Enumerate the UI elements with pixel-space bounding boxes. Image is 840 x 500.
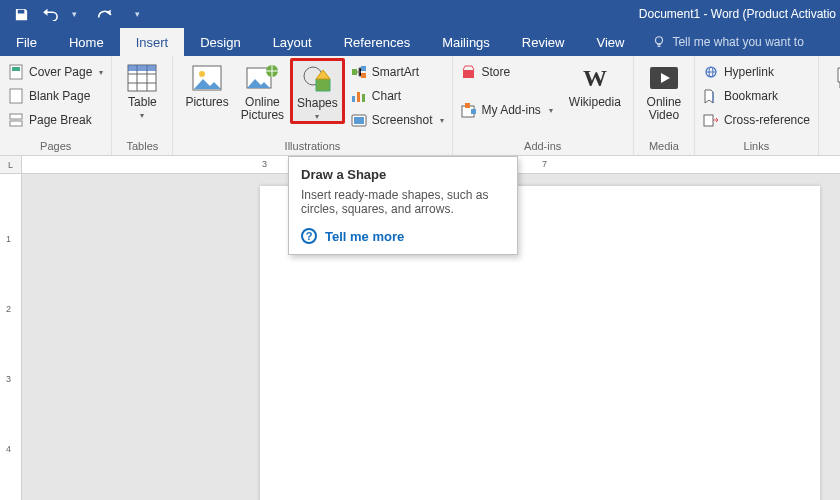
svg-rect-23 bbox=[471, 109, 476, 114]
tell-me-search[interactable]: Tell me what you want to bbox=[652, 28, 803, 56]
hyperlink-label: Hyperlink bbox=[724, 65, 774, 79]
my-addins-button[interactable]: My Add-ins ▾ bbox=[459, 100, 555, 120]
group-tables: Table ▾ Tables bbox=[112, 56, 173, 155]
tab-view[interactable]: View bbox=[580, 28, 640, 56]
svg-rect-2 bbox=[12, 67, 20, 71]
group-illustrations-label: Illustrations bbox=[179, 138, 445, 155]
tab-design[interactable]: Design bbox=[184, 28, 256, 56]
tab-home[interactable]: Home bbox=[53, 28, 120, 56]
svg-rect-20 bbox=[354, 117, 364, 124]
table-button[interactable]: Table ▾ bbox=[118, 58, 166, 120]
tab-insert[interactable]: Insert bbox=[120, 28, 185, 56]
chevron-down-icon: ▾ bbox=[440, 116, 444, 125]
svg-rect-4 bbox=[10, 114, 22, 119]
cross-ref-icon bbox=[703, 112, 719, 128]
tooltip-more-label: Tell me more bbox=[325, 229, 404, 244]
store-button[interactable]: Store bbox=[459, 62, 555, 82]
pictures-icon bbox=[191, 62, 223, 94]
smartart-button[interactable]: SmartArt bbox=[349, 62, 446, 82]
online-pictures-button[interactable]: Online Pictures bbox=[235, 58, 290, 122]
tab-mailings[interactable]: Mailings bbox=[426, 28, 506, 56]
screenshot-icon bbox=[351, 112, 367, 128]
save-button[interactable] bbox=[8, 2, 34, 26]
svg-point-9 bbox=[199, 71, 205, 77]
tell-me-placeholder: Tell me what you want to bbox=[672, 35, 803, 49]
online-video-button[interactable]: Online Video bbox=[640, 58, 688, 122]
quick-access-toolbar: ▾ ▾ bbox=[0, 2, 148, 26]
svg-rect-17 bbox=[357, 92, 360, 102]
smartart-icon bbox=[351, 64, 367, 80]
video-icon bbox=[648, 62, 680, 94]
online-pictures-label: Online Pictures bbox=[241, 96, 284, 122]
group-tables-label: Tables bbox=[118, 138, 166, 155]
group-pages-label: Pages bbox=[6, 138, 105, 155]
wikipedia-button[interactable]: W Wikipedia bbox=[563, 58, 627, 109]
tab-layout[interactable]: Layout bbox=[257, 28, 328, 56]
blank-page-icon bbox=[8, 88, 24, 104]
page-break-label: Page Break bbox=[29, 113, 92, 127]
shapes-tooltip: Draw a Shape Insert ready-made shapes, s… bbox=[288, 156, 518, 255]
vertical-ruler[interactable]: 1 2 3 4 bbox=[0, 174, 22, 500]
cross-reference-button[interactable]: Cross-reference bbox=[701, 110, 812, 130]
pictures-label: Pictures bbox=[185, 96, 228, 109]
smartart-label: SmartArt bbox=[372, 65, 419, 79]
ruler-tick: 4 bbox=[6, 444, 11, 454]
screenshot-label: Screenshot bbox=[372, 113, 433, 127]
chevron-down-icon: ▾ bbox=[315, 112, 319, 121]
page-break-button[interactable]: Page Break bbox=[6, 110, 105, 130]
ruler-corner: L bbox=[0, 156, 22, 174]
svg-rect-5 bbox=[10, 121, 22, 126]
tab-references[interactable]: References bbox=[328, 28, 426, 56]
hyperlink-icon bbox=[703, 64, 719, 80]
store-icon bbox=[461, 64, 477, 80]
redo-icon bbox=[96, 7, 112, 21]
pictures-button[interactable]: Pictures bbox=[179, 58, 234, 109]
svg-rect-3 bbox=[10, 89, 22, 103]
qat-customize-icon[interactable]: ▾ bbox=[135, 9, 140, 19]
cover-page-icon bbox=[8, 64, 24, 80]
cover-page-button[interactable]: Cover Page ▾ bbox=[6, 62, 105, 82]
redo-button[interactable] bbox=[91, 2, 117, 26]
group-media: Online Video Media bbox=[634, 56, 695, 155]
online-pictures-icon bbox=[246, 62, 278, 94]
help-icon: ? bbox=[301, 228, 317, 244]
tooltip-tell-me-more[interactable]: ? Tell me more bbox=[301, 228, 505, 244]
chevron-down-icon: ▾ bbox=[140, 111, 144, 120]
undo-dropdown-icon[interactable]: ▾ bbox=[72, 9, 77, 19]
screenshot-button[interactable]: Screenshot ▾ bbox=[349, 110, 446, 130]
chevron-down-icon: ▾ bbox=[549, 106, 553, 115]
group-pages: Cover Page ▾ Blank Page Page Break Pages bbox=[0, 56, 112, 155]
store-label: Store bbox=[482, 65, 511, 79]
blank-page-button[interactable]: Blank Page bbox=[6, 86, 105, 106]
undo-button[interactable] bbox=[38, 2, 64, 26]
shapes-icon bbox=[301, 63, 333, 95]
shapes-label: Shapes bbox=[297, 97, 338, 110]
cover-page-label: Cover Page bbox=[29, 65, 92, 79]
group-media-label: Media bbox=[640, 138, 688, 155]
page-break-icon bbox=[8, 112, 24, 128]
svg-rect-14 bbox=[361, 66, 366, 71]
chart-button[interactable]: Chart bbox=[349, 86, 446, 106]
table-label: Table bbox=[128, 96, 157, 109]
hyperlink-button[interactable]: Hyperlink bbox=[701, 62, 812, 82]
lightbulb-icon bbox=[652, 35, 666, 49]
ruler-tick: 1 bbox=[6, 234, 11, 244]
svg-rect-15 bbox=[361, 73, 366, 78]
ribbon-insert: Cover Page ▾ Blank Page Page Break Pages… bbox=[0, 56, 840, 156]
tooltip-body: Insert ready-made shapes, such as circle… bbox=[301, 188, 505, 216]
group-comments: C Co bbox=[819, 56, 840, 155]
svg-rect-27 bbox=[704, 115, 713, 126]
shapes-button[interactable]: Shapes ▾ bbox=[290, 58, 345, 124]
group-addins: Store My Add-ins ▾ W Wikipedia Add-ins bbox=[453, 56, 634, 155]
my-addins-label: My Add-ins bbox=[482, 103, 541, 117]
tab-file[interactable]: File bbox=[0, 28, 53, 56]
tab-bar: File Home Insert Design Layout Reference… bbox=[0, 28, 840, 56]
ruler-tick: 3 bbox=[6, 374, 11, 384]
comment-icon bbox=[833, 62, 840, 94]
comment-button[interactable]: C bbox=[825, 58, 840, 109]
tab-review[interactable]: Review bbox=[506, 28, 581, 56]
svg-rect-18 bbox=[362, 94, 365, 102]
chart-icon bbox=[351, 88, 367, 104]
svg-rect-13 bbox=[352, 69, 357, 75]
bookmark-button[interactable]: Bookmark bbox=[701, 86, 812, 106]
